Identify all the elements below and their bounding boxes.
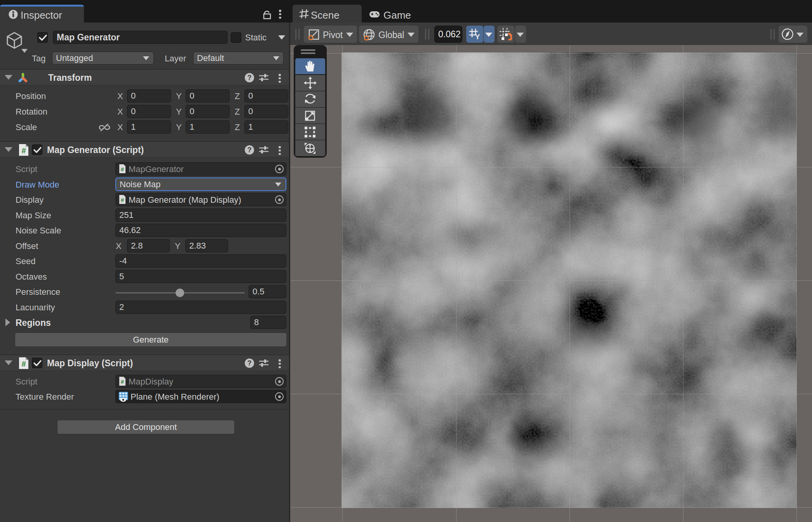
svg-text:#: # bbox=[21, 146, 26, 155]
svg-text:#: # bbox=[121, 378, 124, 385]
svg-text:#: # bbox=[121, 197, 124, 203]
svg-text:#: # bbox=[121, 166, 124, 172]
svg-text:Y: Y bbox=[475, 33, 480, 40]
svg-text:#: # bbox=[21, 360, 26, 368]
